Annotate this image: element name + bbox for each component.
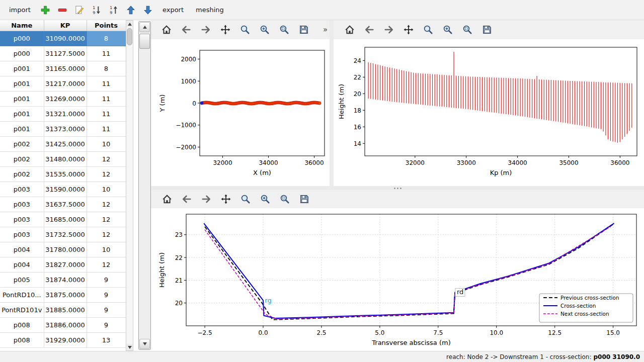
cell-name[interactable]: p001 (0, 61, 44, 76)
table-row[interactable]: p00831929.000013 (0, 332, 126, 347)
import-button[interactable]: import (4, 4, 36, 16)
cell-kp[interactable]: 31217.0000 (44, 76, 87, 91)
longitudinal-profile-canvas[interactable]: 3200033000340003500036000141618202224Kp … (334, 39, 644, 186)
cell-points[interactable]: 12 (87, 197, 126, 212)
cell-name[interactable]: p001 (0, 91, 44, 106)
cell-points[interactable]: 8 (87, 61, 126, 76)
cell-name[interactable]: p005 (0, 272, 44, 287)
save-button[interactable] (297, 23, 311, 37)
cell-points[interactable]: 9 (87, 287, 126, 302)
cell-name[interactable]: p001 (0, 76, 44, 91)
cell-points[interactable]: 9 (87, 317, 126, 332)
forward-button[interactable] (382, 23, 395, 37)
pan-button[interactable] (219, 23, 232, 37)
cell-name[interactable]: p003 (0, 197, 44, 212)
cell-points[interactable]: 8 (87, 31, 126, 46)
move-down-button[interactable] (140, 3, 155, 18)
edit-button[interactable] (72, 3, 87, 18)
cell-name[interactable]: p004 (0, 257, 44, 272)
table-row[interactable]: p00131269.000011 (0, 91, 126, 106)
cell-points[interactable]: 10 (87, 242, 126, 257)
cell-kp[interactable]: 31637.5000 (44, 197, 87, 212)
zoom-in-button[interactable] (258, 193, 272, 206)
table-scrollbar-thumb[interactable] (127, 28, 132, 45)
plan-view-canvas[interactable]: 320003400036000−2000−1000010002000X (m)Y… (151, 39, 330, 186)
table-row[interactable]: p00331637.500012 (0, 197, 126, 212)
table-row[interactable]: p00231535.000012 (0, 166, 126, 182)
zoom-region-button[interactable] (460, 23, 474, 37)
cell-kp[interactable]: 31685.0000 (44, 212, 87, 227)
cell-kp[interactable]: 31886.0000 (44, 317, 87, 332)
cell-kp[interactable]: 31321.0000 (44, 106, 87, 121)
toolbar-extension-button[interactable]: » (321, 25, 330, 34)
move-up-button[interactable] (123, 3, 138, 18)
table-scrollbar-track[interactable] (126, 27, 133, 344)
cell-name[interactable]: p003 (0, 227, 44, 242)
cell-kp[interactable]: 31535.0000 (44, 166, 87, 182)
cell-name[interactable]: p008 (0, 317, 44, 332)
cell-name[interactable]: p000 (0, 31, 44, 46)
forward-button[interactable] (199, 193, 213, 206)
zoom-button[interactable] (238, 23, 252, 37)
cell-points[interactable]: 11 (87, 76, 126, 91)
table-row[interactable]: p00231425.000010 (0, 136, 126, 151)
cell-name[interactable]: p001 (0, 106, 44, 121)
panel-scrollbar-track[interactable] (139, 33, 150, 338)
cell-points[interactable]: 12 (87, 212, 126, 227)
cross-section-canvas[interactable]: −2.50.02.55.07.510.012.515.020212223Tran… (151, 208, 644, 351)
cell-points[interactable]: 13 (87, 332, 126, 347)
cell-name[interactable]: p001 (0, 121, 44, 136)
cell-points[interactable]: 12 (87, 166, 126, 182)
remove-button[interactable] (55, 3, 70, 18)
panel-scrollbar-thumb[interactable] (139, 34, 150, 49)
cell-points[interactable]: 11 (87, 121, 126, 136)
save-button[interactable] (480, 23, 494, 37)
back-button[interactable] (180, 193, 193, 206)
column-header-name[interactable]: Name (0, 20, 44, 31)
meshing-button[interactable]: meshing (191, 4, 229, 16)
table-row[interactable]: p00231480.000012 (0, 151, 126, 166)
cell-kp[interactable]: 31165.0000 (44, 61, 87, 76)
sort-descending-button[interactable]: 19 (89, 3, 104, 18)
cell-points[interactable]: 11 (87, 46, 126, 61)
table-row[interactable]: p00831886.00009 (0, 317, 126, 332)
column-header-points[interactable]: Points (87, 20, 126, 31)
cell-name[interactable]: p003 (0, 182, 44, 197)
table-row[interactable]: p00031090.00008 (0, 31, 126, 46)
zoom-button[interactable] (421, 23, 435, 37)
zoom-region-button[interactable] (278, 193, 291, 206)
table-row[interactable]: p00131217.000011 (0, 76, 126, 91)
cell-name[interactable]: PontRD10... (0, 287, 44, 302)
table-row[interactable]: p00331590.000010 (0, 182, 126, 197)
table-scroll-down-button[interactable] (126, 344, 133, 350)
cell-kp[interactable]: 31090.0000 (44, 31, 87, 46)
panel-scrollbar[interactable] (138, 21, 151, 350)
table-row[interactable]: p00331732.500012 (0, 227, 126, 242)
cell-kp[interactable]: 31875.0000 (44, 287, 87, 302)
cell-kp[interactable]: 31929.0000 (44, 332, 87, 347)
cell-points[interactable]: 11 (87, 91, 126, 106)
add-button[interactable] (38, 3, 53, 18)
cell-name[interactable]: PontRD101v (0, 302, 44, 317)
cell-kp[interactable]: 31827.0000 (44, 257, 87, 272)
cell-kp[interactable]: 31269.0000 (44, 91, 87, 106)
cell-kp[interactable]: 31780.0000 (44, 242, 87, 257)
zoom-button[interactable] (238, 193, 252, 206)
cell-points[interactable]: 12 (87, 257, 126, 272)
cell-name[interactable]: p000 (0, 46, 44, 61)
table-row[interactable]: p00531874.00009 (0, 272, 126, 287)
column-header-kp[interactable]: KP (44, 20, 87, 31)
cell-kp[interactable]: 31874.0000 (44, 272, 87, 287)
table-row[interactable]: p00431780.000010 (0, 242, 126, 257)
cell-name[interactable]: p008 (0, 332, 44, 347)
export-button[interactable]: export (157, 4, 189, 16)
cell-kp[interactable]: 31590.0000 (44, 182, 87, 197)
cell-name[interactable]: p002 (0, 166, 44, 182)
cell-points[interactable]: 9 (87, 272, 126, 287)
panel-scroll-down-button[interactable] (139, 339, 150, 349)
table-row[interactable]: p00131373.000011 (0, 121, 126, 136)
cell-name[interactable]: p002 (0, 151, 44, 166)
table-row[interactable]: p00431827.000012 (0, 257, 126, 272)
table-row[interactable]: p00131321.000011 (0, 106, 126, 121)
cell-points[interactable]: 9 (87, 302, 126, 317)
